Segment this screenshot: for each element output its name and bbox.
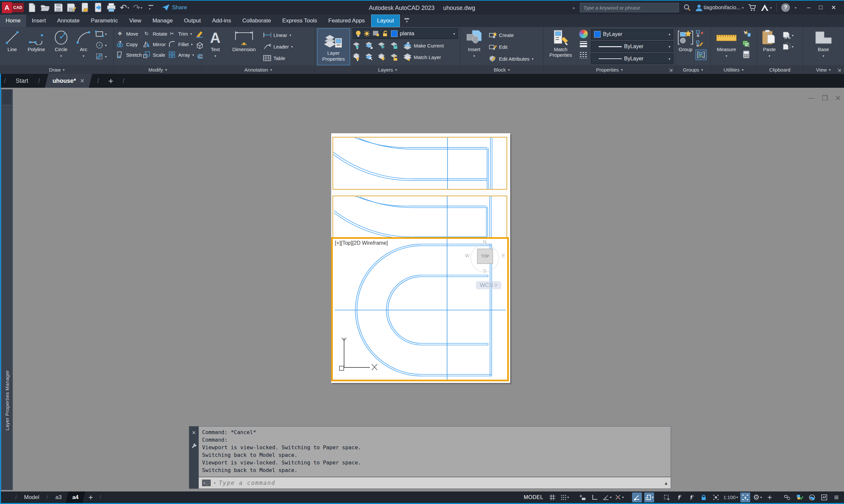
- command-input[interactable]: Type a command: [219, 480, 662, 486]
- trim-button[interactable]: ✂Trim▾: [168, 29, 194, 39]
- isolate-objects-icon[interactable]: [711, 492, 721, 502]
- leader-button[interactable]: Leader▾: [263, 41, 293, 52]
- open-from-web-mobile-icon[interactable]: [80, 3, 90, 13]
- layout-tab-a3[interactable]: a3: [50, 491, 67, 503]
- redo-icon[interactable]: ↷▾: [133, 3, 143, 13]
- edit-block-button[interactable]: Edit: [489, 41, 534, 52]
- palette-header[interactable]: [2, 90, 12, 105]
- recent-commands-caret-icon[interactable]: ▾: [214, 481, 216, 485]
- group-selection-toggle[interactable]: [695, 50, 707, 60]
- unisolate-layers-icon[interactable]: [365, 53, 373, 61]
- viewcube-south[interactable]: S: [466, 268, 503, 273]
- new-file-icon[interactable]: [27, 3, 37, 13]
- viewcube-east[interactable]: E: [502, 253, 505, 258]
- fillet-button[interactable]: Fillet▾: [168, 39, 194, 50]
- command-wrench-icon[interactable]: [191, 443, 196, 448]
- wcs-dropdown[interactable]: WCS ▿: [476, 281, 501, 289]
- panel-label-view[interactable]: View▾⇲: [803, 65, 844, 74]
- save-to-web-mobile-icon[interactable]: [93, 3, 103, 13]
- search-icon[interactable]: [684, 4, 691, 11]
- panel-label-modify[interactable]: Modify▾: [114, 65, 202, 74]
- fullscreen-icon[interactable]: [819, 492, 829, 502]
- layer-properties-manager-palette[interactable]: Layer Properties Manager: [1, 89, 13, 490]
- tab-express-tools[interactable]: Express Tools: [277, 15, 323, 27]
- undo-icon[interactable]: ↶▾: [120, 3, 130, 13]
- file-tab-start[interactable]: Start: [10, 74, 34, 88]
- quick-view-button[interactable]: [742, 40, 751, 49]
- create-block-button[interactable]: Create: [489, 30, 534, 40]
- viewport-controls-label[interactable]: [+][Top][2D Wireframe]: [335, 240, 388, 246]
- viewport-top[interactable]: [332, 137, 507, 190]
- tab-layout[interactable]: Layout: [371, 15, 400, 27]
- polyline-button[interactable]: Polyline: [24, 29, 48, 52]
- tab-insert[interactable]: Insert: [26, 15, 52, 27]
- dimension-button[interactable]: Dimension: [228, 29, 260, 52]
- text-button[interactable]: A Text▾: [206, 29, 225, 59]
- rotate-button[interactable]: ↻Rotate: [143, 29, 168, 39]
- share-button[interactable]: Share: [162, 4, 187, 11]
- tab-add-ins[interactable]: Add-ins: [206, 15, 237, 27]
- open-file-icon[interactable]: [40, 3, 50, 13]
- tab-output[interactable]: Output: [178, 15, 206, 27]
- annotation-visibility-icon[interactable]: [674, 492, 684, 502]
- layer-properties-button[interactable]: Layer Properties: [317, 29, 350, 65]
- properties-expander-icon[interactable]: ⇲: [669, 68, 673, 73]
- array-button[interactable]: Array▾: [168, 50, 194, 60]
- ungroup-button[interactable]: [695, 30, 707, 38]
- save-as-icon[interactable]: [67, 3, 76, 13]
- cut-button[interactable]: ▾: [782, 31, 793, 40]
- grid-icon[interactable]: [548, 492, 557, 502]
- plot-icon[interactable]: [106, 3, 116, 13]
- annotation-objects-icon[interactable]: ▾: [644, 492, 654, 502]
- tab-collaborate[interactable]: Collaborate: [237, 15, 277, 27]
- layer-lock-icon[interactable]: [390, 41, 398, 50]
- save-icon[interactable]: [53, 3, 64, 13]
- unlock-layer-icon[interactable]: [390, 53, 398, 61]
- help-icon[interactable]: ?: [781, 3, 790, 12]
- drawing-area[interactable]: Layer Properties Manager — ❐ ✕ [+][Top][…: [0, 88, 844, 491]
- match-layer-button[interactable]: Match Layer: [403, 53, 441, 61]
- minimize-button[interactable]: –: [807, 4, 810, 11]
- lock-ui-icon[interactable]: [699, 492, 709, 502]
- line-button[interactable]: Line: [2, 29, 22, 52]
- thaw-all-layers-icon[interactable]: [378, 53, 386, 61]
- copy-clip-button[interactable]: ▾: [782, 42, 793, 51]
- viewcube[interactable]: N W E S TOP: [466, 239, 503, 278]
- panel-label-utilities[interactable]: Utilities▾: [711, 65, 757, 74]
- viewcube-top-face[interactable]: TOP: [477, 249, 493, 264]
- viewcube-west[interactable]: W: [465, 253, 469, 258]
- command-expand-icon[interactable]: ▲: [665, 481, 667, 486]
- layer-isolate-icon[interactable]: [365, 41, 373, 50]
- command-input-row[interactable]: >_ ▾ Type a command ▲: [199, 476, 671, 488]
- graphics-performance-icon[interactable]: [795, 492, 805, 502]
- customization-gear-icon[interactable]: ⚙▾: [753, 492, 762, 502]
- table-button[interactable]: Table: [263, 53, 293, 63]
- ribbon-display-options-icon[interactable]: ▾: [400, 15, 414, 27]
- file-tab-uhouse[interactable]: uhouse* ✕: [45, 74, 92, 88]
- layout-tab-a4[interactable]: a4: [65, 491, 85, 503]
- hatch-button[interactable]: ▾: [95, 52, 107, 61]
- command-history[interactable]: Command: *Cancel* Command: Viewport is v…: [199, 427, 671, 476]
- snap-mode-icon[interactable]: ▾: [560, 492, 570, 502]
- ellipse-button[interactable]: ▾: [95, 41, 107, 50]
- match-properties-button[interactable]: Match Properties: [546, 29, 576, 58]
- layout-tab-model[interactable]: Model: [19, 491, 45, 503]
- selection-cycling-icon[interactable]: [662, 492, 672, 502]
- annotation-autoscale-icon[interactable]: [687, 492, 696, 502]
- group-button[interactable]: Group: [677, 29, 694, 52]
- tab-manage[interactable]: Manage: [147, 15, 178, 27]
- signed-in-user[interactable]: tiagobonifacio... ▾: [695, 4, 744, 11]
- model-space-toggle[interactable]: MODEL: [524, 494, 543, 500]
- tab-featured-apps[interactable]: Featured Apps: [323, 15, 371, 27]
- quick-calculator-button[interactable]: [742, 50, 751, 59]
- panel-label-clipboard[interactable]: Clipboard: [757, 65, 803, 74]
- app-store-cart-icon[interactable]: [748, 4, 756, 11]
- menu-icon[interactable]: ≡: [831, 492, 841, 502]
- viewcube-north[interactable]: N: [466, 239, 503, 245]
- panel-label-layers[interactable]: Layers▾: [315, 65, 460, 74]
- layer-off-icon[interactable]: [352, 41, 361, 50]
- panel-label-block[interactable]: Block▾: [460, 65, 543, 74]
- search-input[interactable]: [580, 3, 679, 12]
- tab-annotate[interactable]: Annotate: [52, 15, 85, 27]
- doc-close-icon[interactable]: ✕: [835, 94, 841, 102]
